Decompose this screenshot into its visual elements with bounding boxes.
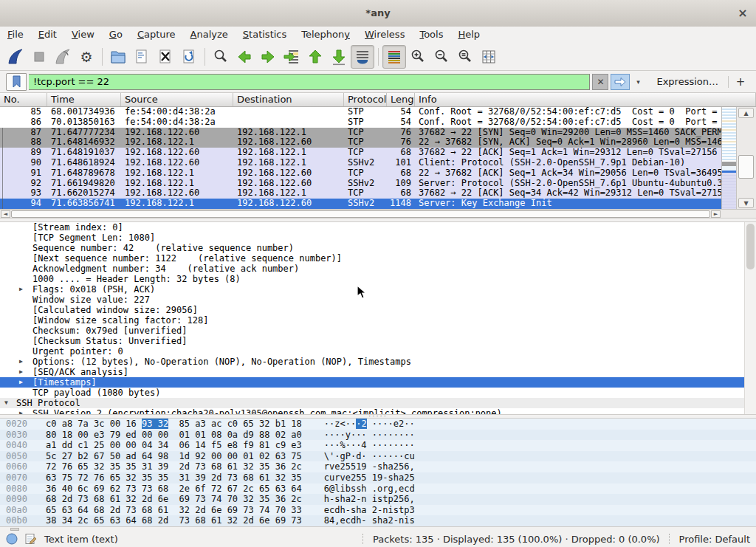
find-packet-button[interactable]: [209, 45, 233, 69]
scroll-left-arrow[interactable]: ◄: [1, 210, 10, 218]
expander-icon[interactable]: ▶: [19, 377, 30, 388]
go-first-packet-button[interactable]: [303, 45, 327, 69]
column-header[interactable]: Time: [47, 93, 121, 106]
detail-tree-row[interactable]: Urgent pointer: 0: [0, 346, 756, 357]
menu-item[interactable]: Go: [102, 27, 130, 44]
expression-button[interactable]: Expression…: [646, 76, 726, 87]
hex-row[interactable]: 0020c0 a8 7a 3c 00 16 93 32 85 a3 ac c0 …: [0, 419, 756, 430]
expander-icon[interactable]: ▶: [19, 408, 30, 414]
scroll-up-arrow[interactable]: ▲: [738, 108, 754, 118]
expert-info-icon[interactable]: [6, 533, 18, 545]
packet-row[interactable]: 9171.648789678192.168.122.1192.168.122.6…: [0, 168, 721, 179]
go-forward-button[interactable]: [256, 45, 280, 69]
detail-tree-row[interactable]: Sequence number: 42 (relative sequence n…: [0, 243, 756, 253]
expander-icon[interactable]: ▶: [19, 284, 30, 295]
colorize-packets-button[interactable]: [382, 45, 406, 69]
detail-tree-row[interactable]: Window size value: 227: [0, 295, 756, 305]
hex-row[interactable]: 00a065 63 64 68 2d 73 68 61 32 2d 6e 69 …: [0, 505, 756, 516]
hex-row[interactable]: 003080 18 00 e3 79 ed 00 00 01 01 08 0a …: [0, 430, 756, 441]
scroll-down-arrow[interactable]: ▼: [738, 198, 754, 208]
filter-dropdown-button[interactable]: ▾: [632, 74, 644, 90]
filter-apply-button[interactable]: [611, 74, 630, 90]
packet-row[interactable]: 9271.661949820192.168.122.1192.168.122.6…: [0, 179, 721, 189]
display-filter-input[interactable]: [29, 74, 590, 90]
scroll-right-arrow[interactable]: ►: [711, 210, 721, 218]
details-vertical-scrollbar[interactable]: [744, 222, 756, 414]
stop-capture-button[interactable]: [27, 45, 51, 69]
packet-list-horizontal-scrollbar[interactable]: ◄ ►: [0, 209, 721, 218]
menu-item[interactable]: Telephony: [294, 27, 357, 44]
expander-icon[interactable]: ▼: [4, 398, 15, 408]
add-filter-button[interactable]: +: [731, 75, 750, 89]
packet-row[interactable]: 8771.647777234192.168.122.60192.168.122.…: [0, 128, 721, 138]
hex-row[interactable]: 006072 76 65 32 35 35 31 39 2d 73 68 61 …: [0, 461, 756, 472]
menu-item[interactable]: Statistics: [236, 27, 294, 44]
menu-item[interactable]: Edit: [31, 27, 64, 44]
detail-tree-row[interactable]: [Next sequence number: 1122 (relative se…: [0, 253, 756, 264]
detail-tree-row[interactable]: ▶Flags: 0x018 (PSH, ACK): [0, 284, 756, 295]
detail-tree-row[interactable]: ▼SSH Protocol: [0, 398, 756, 408]
capture-comment-icon[interactable]: [25, 533, 37, 545]
hex-row[interactable]: 0040a1 dd c1 25 00 00 04 34 06 14 f5 e8 …: [0, 440, 756, 451]
save-file-button[interactable]: [130, 45, 154, 69]
expander-icon[interactable]: ▶: [19, 357, 30, 367]
detail-tree-row[interactable]: [TCP Segment Len: 1080]: [0, 233, 756, 243]
capture-options-button[interactable]: ⚙: [75, 45, 98, 69]
detail-tree-row[interactable]: Acknowledgment number: 34 (relative ack …: [0, 264, 756, 274]
scroll-thumb[interactable]: [11, 210, 710, 218]
column-header[interactable]: Info: [415, 93, 756, 106]
menu-item[interactable]: Tools: [412, 27, 450, 44]
menu-item[interactable]: View: [64, 27, 102, 44]
reload-file-button[interactable]: [177, 45, 201, 69]
column-header[interactable]: No.: [0, 93, 47, 106]
go-to-packet-button[interactable]: [280, 45, 303, 69]
column-header[interactable]: Length: [387, 93, 415, 106]
detail-tree-row[interactable]: [Calculated window size: 29056]: [0, 305, 756, 315]
column-header[interactable]: Source: [121, 93, 233, 106]
scroll-thumb[interactable]: [738, 155, 754, 179]
restart-capture-button[interactable]: [51, 45, 75, 69]
filter-clear-button[interactable]: ✕: [592, 74, 608, 90]
detail-tree-row[interactable]: 1000 .... = Header Length: 32 bytes (8): [0, 274, 756, 284]
packet-row[interactable]: 9371.662015274192.168.122.60192.168.122.…: [0, 188, 721, 199]
packet-row[interactable]: 9071.648618924192.168.122.60192.168.122.…: [0, 158, 721, 168]
packet-row[interactable]: 8871.648146932192.168.122.1192.168.122.6…: [0, 137, 721, 148]
menu-item[interactable]: Capture: [130, 27, 183, 44]
close-file-button[interactable]: [154, 45, 177, 69]
auto-scroll-button[interactable]: [351, 45, 374, 69]
detail-tree-row[interactable]: TCP payload (1080 bytes): [0, 388, 756, 398]
packet-row[interactable]: 9471.663856741192.168.122.1192.168.122.6…: [0, 199, 721, 209]
menu-item[interactable]: Analyze: [183, 27, 236, 44]
menu-item[interactable]: File: [0, 27, 31, 44]
hex-row[interactable]: 008036 40 6c 69 62 73 73 68 2e 6f 72 67 …: [0, 484, 756, 495]
menu-item[interactable]: Wireless: [357, 27, 412, 44]
scroll-thumb[interactable]: [746, 224, 755, 269]
detail-tree-row[interactable]: [Window size scaling factor: 128]: [0, 315, 756, 326]
zoom-original-button[interactable]: [453, 45, 477, 69]
hex-row[interactable]: 007063 75 72 76 65 32 35 35 31 39 2d 73 …: [0, 472, 756, 484]
column-header[interactable]: Protocol: [344, 93, 387, 106]
go-back-button[interactable]: [233, 45, 256, 69]
detail-tree-row[interactable]: ▶[Timestamps]: [0, 377, 756, 388]
go-last-packet-button[interactable]: [327, 45, 351, 69]
start-capture-button[interactable]: [4, 45, 27, 69]
expander-icon[interactable]: ▶: [19, 367, 30, 377]
detail-tree-row[interactable]: ▶Options: (12 bytes), No-Operation (NOP)…: [0, 357, 756, 367]
hex-row[interactable]: 00b038 34 2c 65 63 64 68 2d 73 68 61 32 …: [0, 515, 756, 526]
packet-row[interactable]: 8670.013850163fe:54:00:d4:38:2aSTP54Conf…: [0, 117, 721, 128]
hex-row[interactable]: 00505c 27 b2 67 50 ad 64 98 1d 92 00 00 …: [0, 451, 756, 462]
zoom-in-button[interactable]: [406, 45, 430, 69]
resize-columns-button[interactable]: [477, 45, 501, 69]
detail-tree-row[interactable]: ▶[SEQ/ACK analysis]: [0, 367, 756, 377]
hex-row[interactable]: 009068 2d 73 68 61 32 2d 6e 69 73 74 70 …: [0, 494, 756, 505]
packet-minimap[interactable]: [721, 107, 736, 209]
menu-item[interactable]: Help: [450, 27, 487, 44]
detail-tree-row[interactable]: [Stream index: 0]: [0, 222, 756, 233]
packet-list-vertical-scrollbar[interactable]: ▲ ▼: [736, 107, 756, 209]
packet-row[interactable]: 8568.001734936fe:54:00:d4:38:2aSTP54Conf…: [0, 107, 721, 117]
detail-tree-row[interactable]: Checksum: 0x79ed [unverified]: [0, 326, 756, 336]
filter-bookmark-button[interactable]: [6, 73, 27, 91]
profile-text[interactable]: Profile: Default: [679, 534, 750, 545]
detail-tree-row[interactable]: [Checksum Status: Unverified]: [0, 336, 756, 346]
close-window-button[interactable]: ×: [735, 6, 750, 21]
